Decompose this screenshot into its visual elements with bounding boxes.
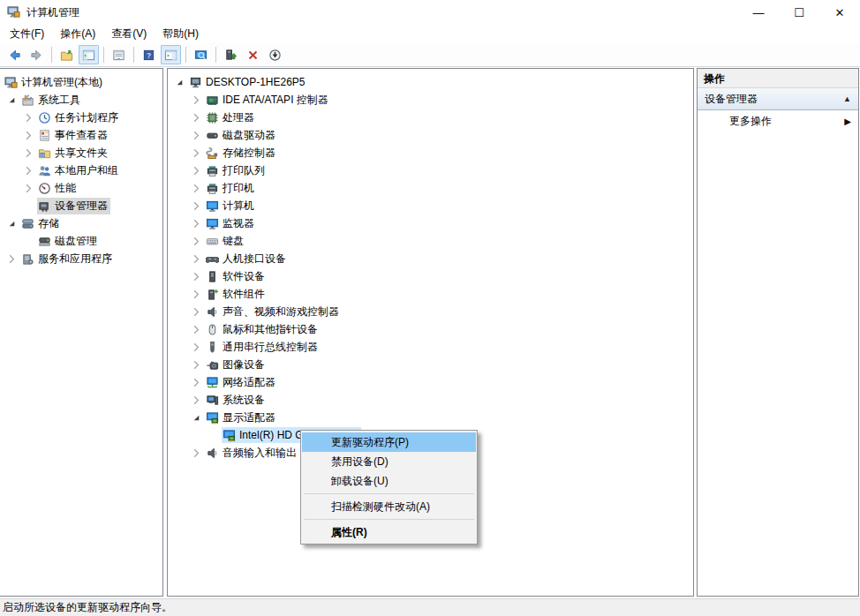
context-menu-item-properties[interactable]: 属性(R) [302, 522, 476, 542]
chevron-collapsed-icon[interactable] [188, 393, 205, 407]
tree-item-hid-devices[interactable]: 人机接口设备 [168, 250, 693, 267]
tree-item-services-applications[interactable]: 服务和应用程序 [0, 250, 162, 267]
context-menu-item-scan-hardware-changes[interactable]: 扫描检测硬件改动(A) [302, 497, 476, 516]
tree-item-usb-controllers[interactable]: 通用串行总线控制器 [168, 338, 693, 356]
imaging-device-icon [205, 357, 220, 372]
tree-item-task-scheduler[interactable]: 任务计划程序 [0, 109, 162, 126]
tree-item-storage[interactable]: 存储 [0, 214, 162, 232]
chevron-collapsed-icon[interactable] [20, 163, 37, 177]
disable-device-button[interactable] [265, 45, 285, 64]
tree-item-disk-drives[interactable]: 磁盘驱动器 [168, 126, 693, 144]
tree-item-label: 鼠标和其他指针设备 [220, 322, 318, 337]
chevron-collapsed-icon[interactable] [188, 216, 205, 230]
chevron-expanded-icon[interactable] [171, 75, 188, 89]
tree-item-print-queues[interactable]: 打印队列 [168, 162, 693, 179]
help-button[interactable]: ? [139, 45, 159, 64]
tree-item-label: 设备管理器 [52, 199, 108, 214]
monitor-blue-icon [205, 199, 220, 213]
chevron-collapsed-icon[interactable] [20, 146, 37, 160]
chevron-collapsed-icon[interactable] [188, 252, 205, 266]
tree-item-event-viewer[interactable]: 事件查看器 [0, 126, 162, 144]
device-tree: DESKTOP-1HE26P5IDE ATA/ATAPI 控制器处理器磁盘驱动器… [168, 69, 693, 462]
action-pane-toggle-button[interactable] [161, 45, 181, 64]
context-menu-item-update-driver[interactable]: 更新驱动程序(P) [302, 432, 476, 452]
chevron-collapsed-icon[interactable] [188, 446, 205, 460]
back-arrow-button[interactable] [4, 45, 25, 64]
chevron-collapsed-icon[interactable] [188, 375, 205, 389]
menu-help[interactable]: 帮助(H) [155, 25, 207, 43]
tree-item-computer[interactable]: 计算机 [168, 197, 693, 214]
chevron-collapsed-icon[interactable] [188, 181, 205, 195]
close-button[interactable]: ✕ [819, 0, 860, 25]
menu-action[interactable]: 操作(A) [52, 25, 103, 43]
tree-item-label: 键盘 [220, 234, 244, 249]
tree-item-imaging-devices[interactable]: 图像设备 [168, 356, 693, 373]
chevron-collapsed-icon[interactable] [188, 304, 205, 319]
toolbar-separator [51, 47, 52, 63]
context-menu-item-uninstall-device[interactable]: 卸载设备(U) [302, 471, 476, 491]
chevron-collapsed-icon[interactable] [188, 269, 205, 283]
context-menu-item-disable-device[interactable]: 禁用设备(D) [302, 452, 476, 471]
tree-item-label: 系统设备 [220, 393, 265, 408]
chevron-collapsed-icon[interactable] [20, 128, 37, 142]
tree-item-sound-video-game[interactable]: 声音、视频和游戏控制器 [168, 303, 693, 320]
maximize-button[interactable]: ☐ [779, 0, 819, 25]
tree-item-display-adapters[interactable]: 显示适配器 [168, 409, 693, 426]
chevron-collapsed-icon[interactable] [20, 181, 37, 195]
tree-item-label: 共享文件夹 [52, 146, 108, 161]
export-folder-button[interactable] [57, 45, 77, 64]
menu-view[interactable]: 查看(V) [103, 25, 155, 43]
tree-item-shared-folders[interactable]: 22共享文件夹 [0, 144, 162, 162]
toolbar-separator [185, 47, 186, 63]
collapse-caret-icon[interactable]: ▲ [843, 94, 851, 103]
update-driver-button[interactable] [221, 45, 241, 64]
tree-item-software-devices[interactable]: 软件设备 [168, 267, 693, 285]
more-actions-item[interactable]: 更多操作 ▶ [698, 110, 858, 131]
actions-section-device-manager[interactable]: 设备管理器 ▲ [698, 88, 858, 110]
chevron-collapsed-icon[interactable] [188, 110, 205, 124]
tree-item-system-tools[interactable]: 系统工具 [0, 91, 162, 109]
tree-item-label: 磁盘驱动器 [220, 128, 275, 143]
chevron-collapsed-icon[interactable] [188, 199, 205, 213]
chevron-collapsed-icon[interactable] [4, 252, 20, 266]
chevron-collapsed-icon[interactable] [188, 146, 205, 160]
menu-file[interactable]: 文件(F) [2, 25, 52, 43]
chevron-collapsed-icon[interactable] [188, 287, 205, 301]
chevron-collapsed-icon[interactable] [188, 340, 205, 354]
console-tree-pane-button[interactable] [79, 45, 99, 64]
tree-item-disk-management[interactable]: 磁盘管理 [0, 232, 162, 250]
tree-item-processors[interactable]: 处理器 [168, 109, 693, 126]
tree-item-ide-controllers[interactable]: IDE ATA/ATAPI 控制器 [168, 91, 693, 109]
tree-item-device-manager[interactable]: 设备管理器 [0, 197, 162, 214]
chevron-collapsed-icon[interactable] [188, 234, 205, 248]
tree-item-performance[interactable]: 性能 [0, 179, 162, 197]
chevron-collapsed-icon[interactable] [188, 93, 205, 107]
chevron-collapsed-icon[interactable] [188, 357, 205, 372]
tree-item-system-devices[interactable]: 系统设备 [168, 391, 693, 409]
tree-item-computer-management-local[interactable]: 计算机管理(本地) [0, 73, 162, 91]
tree-item-label: 网络适配器 [220, 375, 275, 390]
tree-item-keyboards[interactable]: 键盘 [168, 232, 693, 250]
tree-item-printers[interactable]: 打印机 [168, 179, 693, 197]
chevron-collapsed-icon[interactable] [188, 128, 205, 142]
svg-text:22: 22 [41, 153, 45, 157]
tree-item-software-components[interactable]: 软件组件 [168, 285, 693, 303]
uninstall-device-button[interactable] [243, 45, 263, 64]
chevron-expanded-icon[interactable] [4, 93, 20, 107]
tree-item-local-users-groups[interactable]: 本地用户和组 [0, 162, 162, 179]
chevron-collapsed-icon[interactable] [20, 110, 37, 124]
forward-arrow-button[interactable] [26, 45, 47, 64]
chevron-expanded-icon[interactable] [4, 216, 20, 230]
properties-window-button[interactable] [109, 45, 129, 64]
toolbar: ? [0, 43, 860, 67]
chevron-collapsed-icon[interactable] [188, 322, 205, 336]
chevron-expanded-icon[interactable] [188, 410, 205, 424]
tree-item-desktop-root[interactable]: DESKTOP-1HE26P5 [168, 73, 693, 91]
tree-item-network-adapters[interactable]: 网络适配器 [168, 373, 693, 391]
tree-item-storage-controllers[interactable]: 存储控制器 [168, 144, 693, 162]
remote-computer-button[interactable] [191, 45, 211, 64]
minimize-button[interactable]: — [738, 0, 779, 25]
tree-item-mice-pointing[interactable]: 鼠标和其他指针设备 [168, 320, 693, 338]
tree-item-monitors[interactable]: 监视器 [168, 214, 693, 232]
chevron-collapsed-icon[interactable] [188, 163, 205, 177]
